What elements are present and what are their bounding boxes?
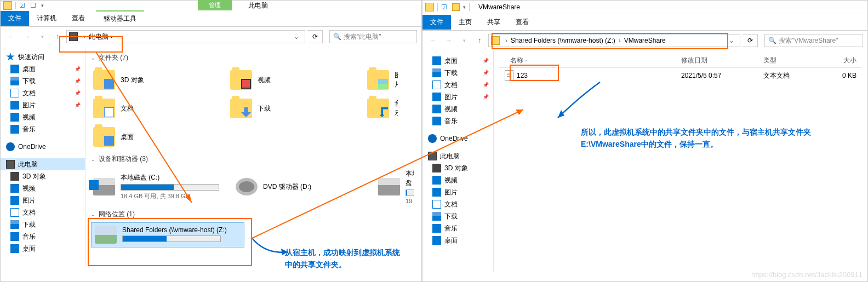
sidebar-item-videos[interactable]: 视频 <box>422 103 493 115</box>
folder-videos[interactable]: 视频 <box>228 66 365 94</box>
sidebar-item-documents[interactable]: 文档📌 <box>1 87 85 99</box>
tab-share[interactable]: 共享 <box>479 15 508 30</box>
sidebar-item-documents2[interactable]: 文档 <box>422 198 493 210</box>
breadcrumb-item[interactable]: VMwareShare <box>624 37 666 44</box>
refresh-button[interactable]: ⟳ <box>743 34 758 47</box>
sidebar-item-videos2[interactable]: 视频 <box>1 182 85 194</box>
sidebar-item-pictures2[interactable]: 图片 <box>422 186 493 198</box>
chevron-icon[interactable]: › <box>502 37 511 44</box>
label: OneDrive <box>18 143 46 151</box>
sidebar-item-pictures[interactable]: 图片📌 <box>422 91 493 103</box>
qat-chevron-icon[interactable]: ▾ <box>463 4 466 10</box>
sidebar-item-3d[interactable]: 3D 对象 <box>1 170 85 182</box>
sidebar-item-documents2[interactable]: 文档 <box>1 206 85 218</box>
sidebar-item-downloads2[interactable]: 下载 <box>1 218 85 231</box>
search-input[interactable]: 🔍 搜索"VMwareShare" <box>764 34 863 47</box>
folder-music[interactable]: 音乐 <box>365 94 398 123</box>
col-type[interactable]: 类型 <box>763 56 824 65</box>
sidebar-this-pc[interactable]: 此电脑 <box>422 150 493 162</box>
sidebar-onedrive[interactable]: OneDrive <box>1 141 85 153</box>
section-folders[interactable]: ⌄文件夹 (7) <box>91 53 416 62</box>
qat-folder-icon[interactable] <box>452 3 460 11</box>
col-size[interactable]: 大小 <box>824 56 862 65</box>
label: 设备和驱动器 (3) <box>99 154 148 164</box>
chevron-icon[interactable]: › <box>615 37 624 44</box>
tab-view[interactable]: 查看 <box>508 15 536 30</box>
drive-c[interactable]: 本地磁盘 (C:) 18.4 GB 可用, 共 39.8 GB <box>91 167 233 206</box>
back-button[interactable]: ← <box>427 34 440 47</box>
qat-icon[interactable] <box>441 3 449 11</box>
address-dropdown-icon[interactable]: ⌄ <box>290 33 302 41</box>
sidebar-item-music2[interactable]: 音乐 <box>422 222 493 234</box>
folder-pictures[interactable]: 图片 <box>365 66 398 94</box>
sidebar-item-3d[interactable]: 3D 对象 <box>422 162 493 174</box>
sidebar-item-documents[interactable]: 文档📌 <box>422 79 493 91</box>
sidebar-item-desktop[interactable]: 桌面📌 <box>422 55 493 67</box>
sidebar-item-downloads2[interactable]: 下载 <box>422 210 493 222</box>
drive-e[interactable]: 本地磁盘 19.4 <box>376 167 414 206</box>
refresh-button[interactable]: ⟳ <box>307 30 323 43</box>
network-drive-z[interactable]: Shared Folders (\\vmware-host) (Z:) <box>91 222 244 248</box>
forward-button[interactable]: → <box>20 30 33 43</box>
desktop-icon <box>432 56 441 65</box>
folder-icon <box>367 99 389 118</box>
col-date[interactable]: 修改日期 <box>681 56 763 65</box>
sidebar-item-music2[interactable]: 音乐 <box>1 231 85 243</box>
label: 音乐 <box>395 99 398 118</box>
qat-newfolder-icon[interactable] <box>30 2 38 9</box>
breadcrumb[interactable]: 此电脑 › <box>89 32 290 42</box>
sidebar-item-music[interactable]: 音乐 <box>1 123 85 135</box>
section-drives[interactable]: ⌄设备和驱动器 (3) <box>91 154 416 164</box>
drive-d[interactable]: DVD 驱动器 (D:) <box>233 167 376 206</box>
qat-chevron-icon[interactable]: ▾ <box>41 3 44 8</box>
sidebar-quick-access[interactable]: 快速访问 <box>1 51 85 63</box>
breadcrumb-item[interactable]: Shared Folders (\\vmware-host) (Z:) <box>511 37 615 44</box>
up-button[interactable]: ↑ <box>51 30 64 43</box>
address-bar[interactable]: › 此电脑 › ⌄ <box>66 30 305 43</box>
sidebar-item-pictures[interactable]: 图片📌 <box>1 99 85 111</box>
label: 图片 <box>444 188 458 197</box>
sidebar-item-pictures2[interactable]: 图片 <box>1 194 85 206</box>
recent-chevron-icon[interactable]: ▾ <box>458 34 471 47</box>
folder-downloads[interactable]: 下载 <box>228 94 365 123</box>
sidebar-item-downloads[interactable]: 下载📌 <box>1 75 85 87</box>
folder-3d[interactable]: 3D 对象 <box>91 66 228 94</box>
sidebar-onedrive[interactable]: OneDrive <box>422 133 493 145</box>
up-button[interactable]: ↑ <box>473 34 486 47</box>
tab-home[interactable]: 主页 <box>451 15 479 30</box>
usage-fill <box>123 236 167 241</box>
pin-icon: 📌 <box>483 58 489 64</box>
sidebar-item-desktop2[interactable]: 桌面 <box>1 243 85 255</box>
recent-chevron-icon[interactable]: ▾ <box>36 30 49 43</box>
address-bar[interactable]: › Shared Folders (\\vmware-host) (Z:) › … <box>488 34 740 47</box>
label: 3D 对象 <box>22 172 46 181</box>
col-name[interactable]: 名称^ <box>499 56 681 65</box>
breadcrumb-chevron-icon[interactable]: › <box>80 33 89 41</box>
sidebar-item-videos2[interactable]: 视频 <box>422 174 493 186</box>
tab-drive-tools[interactable]: 驱动器工具 <box>96 10 144 26</box>
folder-documents[interactable]: 文档 <box>91 94 228 123</box>
file-name: 123 <box>517 72 528 79</box>
tab-computer[interactable]: 计算机 <box>29 11 64 26</box>
address-dropdown-icon[interactable]: ⌄ <box>726 37 738 44</box>
pin-icon: 📌 <box>483 70 489 76</box>
forward-button[interactable]: → <box>442 34 455 47</box>
tab-file[interactable]: 文件 <box>1 11 29 26</box>
qat-properties-icon[interactable] <box>19 2 27 9</box>
back-button[interactable]: ← <box>5 30 18 43</box>
sidebar-item-downloads[interactable]: 下载📌 <box>422 67 493 79</box>
film-icon <box>241 79 251 89</box>
sidebar-item-music[interactable]: 音乐 <box>422 115 493 127</box>
tab-view[interactable]: 查看 <box>64 11 93 26</box>
sidebar-item-desktop2[interactable]: 桌面 <box>422 234 493 246</box>
label: 快速访问 <box>18 53 44 62</box>
section-network[interactable]: ⌄网络位置 (1) <box>91 210 416 219</box>
sidebar-item-videos[interactable]: 视频 <box>1 111 85 123</box>
sidebar-this-pc[interactable]: 此电脑 <box>1 158 85 170</box>
sidebar-item-desktop[interactable]: 桌面📌 <box>1 63 85 75</box>
label: 桌面 <box>22 244 36 254</box>
tab-file[interactable]: 文件 <box>422 15 451 30</box>
search-input[interactable]: 🔍 搜索"此电脑" <box>329 30 417 43</box>
file-row[interactable]: 123 2021/5/5 0:57 文本文档 0 KB <box>499 68 862 83</box>
folder-desktop[interactable]: 桌面 <box>91 123 228 151</box>
